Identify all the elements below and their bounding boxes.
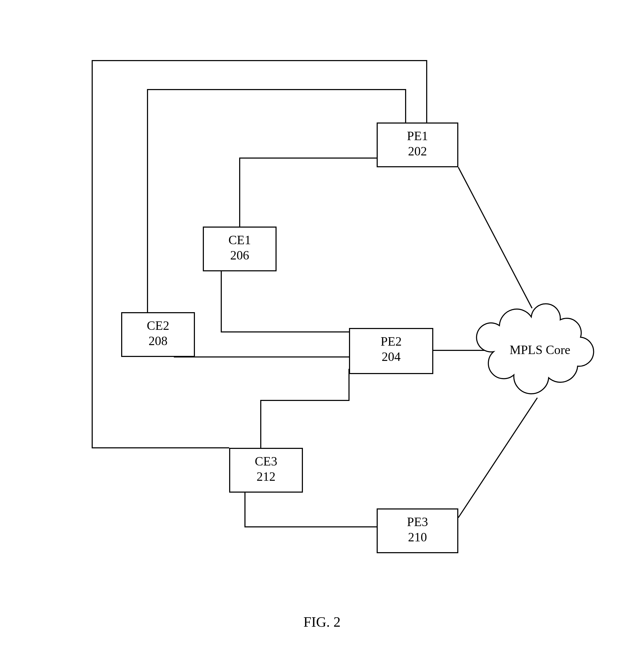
node-ce1: CE1 206 — [203, 226, 277, 271]
node-ce2-num: 208 — [122, 333, 194, 349]
node-pe1-num: 202 — [378, 143, 457, 159]
node-ce1-name: CE1 — [204, 232, 276, 248]
node-ce3: CE3 212 — [229, 448, 303, 493]
node-pe2: PE2 204 — [349, 328, 433, 374]
node-ce1-num: 206 — [204, 248, 276, 263]
svg-line-1 — [458, 167, 532, 308]
connectors — [0, 0, 644, 652]
diagram-stage: PE1 202 CE1 206 CE2 208 PE2 204 CE3 212 … — [0, 0, 644, 652]
node-mpls-core-label: MPLS Core — [510, 343, 570, 357]
node-ce2-name: CE2 — [122, 318, 194, 333]
node-pe3-name: PE3 — [378, 514, 457, 529]
node-ce3-num: 212 — [230, 469, 302, 484]
node-pe1-name: PE1 — [378, 128, 457, 143]
node-pe2-num: 204 — [350, 349, 432, 364]
node-ce3-name: CE3 — [230, 454, 302, 469]
node-mpls-core: MPLS Core — [493, 343, 587, 357]
figure-caption: FIG. 2 — [0, 614, 644, 630]
node-pe3: PE3 210 — [377, 509, 458, 553]
node-ce2: CE2 208 — [121, 312, 195, 357]
node-pe2-name: PE2 — [350, 334, 432, 349]
node-pe3-num: 210 — [378, 529, 457, 545]
node-pe1: PE1 202 — [377, 123, 458, 167]
svg-line-2 — [458, 398, 537, 518]
